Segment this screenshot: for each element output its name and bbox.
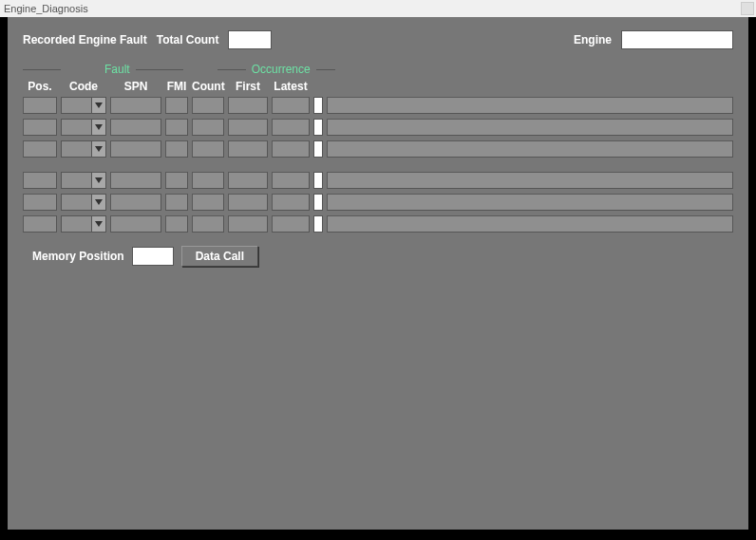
spn-field[interactable] [110,140,161,158]
count-field[interactable] [192,140,224,158]
code-dropdown[interactable] [61,172,106,189]
latest-field[interactable] [272,140,310,158]
memory-position-input[interactable] [132,247,174,266]
recorded-fault-label: Recorded Engine Fault [23,33,147,47]
latest-field[interactable] [272,194,310,211]
chevron-down-icon[interactable] [91,120,105,135]
flag-field[interactable] [313,97,323,114]
desc-field[interactable] [327,119,733,136]
spn-field[interactable] [110,215,161,233]
first-field[interactable] [228,97,268,114]
pos-field[interactable] [23,97,57,114]
chevron-down-icon[interactable] [91,141,105,157]
flag-field[interactable] [313,172,323,189]
fmi-field[interactable] [165,140,188,158]
desc-field[interactable] [327,97,733,114]
chevron-down-icon[interactable] [91,216,105,232]
total-count-label: Total Count [157,33,219,47]
fault-row [23,119,733,136]
svg-marker-0 [95,102,103,108]
latest-field[interactable] [272,119,310,136]
desc-field[interactable] [327,215,733,233]
col-first: First [228,80,268,93]
fault-row [23,97,733,114]
count-field[interactable] [192,194,224,211]
code-value [62,98,91,113]
fmi-field[interactable] [165,194,188,211]
first-field[interactable] [228,172,268,189]
flag-field[interactable] [313,119,323,136]
fault-row [23,215,733,233]
flag-field[interactable] [313,194,323,211]
spn-field[interactable] [110,97,161,114]
pos-field[interactable] [23,119,57,136]
fault-row [23,194,733,211]
pos-field[interactable] [23,215,57,233]
code-value [62,173,91,188]
fault-row [23,140,733,158]
main-panel: Recorded Engine Fault Total Count Engine… [8,17,748,530]
data-call-button[interactable]: Data Call [181,246,258,267]
outer-border: Recorded Engine Fault Total Count Engine… [0,17,756,540]
count-field[interactable] [192,215,224,233]
desc-field[interactable] [327,140,733,158]
chevron-down-icon[interactable] [91,195,105,210]
spn-field[interactable] [110,194,161,211]
code-dropdown[interactable] [61,140,106,158]
col-latest: Latest [272,80,310,93]
header-row: Recorded Engine Fault Total Count Engine [23,30,733,49]
row-gap [23,162,733,172]
chevron-down-icon[interactable] [91,173,105,188]
chevron-down-icon[interactable] [91,98,105,113]
col-count: Count [192,80,224,93]
svg-marker-2 [95,146,103,152]
fault-rows [23,97,733,233]
fault-row [23,172,733,189]
engine-input[interactable] [621,30,733,49]
code-dropdown[interactable] [61,97,106,114]
flag-field[interactable] [313,140,323,158]
desc-field[interactable] [327,194,733,211]
spn-field[interactable] [110,172,161,189]
desc-field[interactable] [327,172,733,189]
titlebar: Engine_Diagnosis [0,0,756,17]
code-value [62,120,91,135]
col-spn: SPN [110,80,161,93]
code-value [62,141,91,157]
fmi-field[interactable] [165,172,188,189]
count-field[interactable] [192,97,224,114]
window: Engine_Diagnosis Recorded Engine Fault T… [0,0,756,540]
code-dropdown[interactable] [61,194,106,211]
pos-field[interactable] [23,194,57,211]
count-field[interactable] [192,119,224,136]
fmi-field[interactable] [165,97,188,114]
fmi-field[interactable] [165,119,188,136]
latest-field[interactable] [272,97,310,114]
spn-field[interactable] [110,119,161,136]
section-header: Fault Occurrence [23,63,733,76]
first-field[interactable] [228,140,268,158]
flag-field[interactable] [313,215,323,233]
occurrence-section-label: Occurrence [250,63,312,76]
count-field[interactable] [192,172,224,189]
latest-field[interactable] [272,215,310,233]
svg-marker-1 [95,124,103,130]
code-value [62,216,91,232]
svg-marker-3 [95,177,103,183]
fmi-field[interactable] [165,215,188,233]
pos-field[interactable] [23,172,57,189]
engine-label: Engine [574,33,612,47]
first-field[interactable] [228,119,268,136]
close-button[interactable] [741,2,754,15]
total-count-input[interactable] [228,30,272,49]
code-dropdown[interactable] [61,119,106,136]
col-code: Code [61,80,106,93]
code-value [62,195,91,210]
first-field[interactable] [228,194,268,211]
code-dropdown[interactable] [61,215,106,233]
memory-row: Memory Position Data Call [23,246,733,267]
first-field[interactable] [228,215,268,233]
pos-field[interactable] [23,140,57,158]
svg-marker-4 [95,199,103,205]
latest-field[interactable] [272,172,310,189]
